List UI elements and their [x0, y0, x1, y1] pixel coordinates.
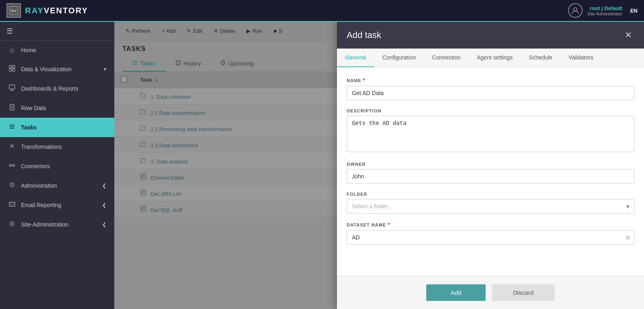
name-label: NAME * — [347, 77, 634, 83]
modal-tab-schedule[interactable]: Schedule — [521, 49, 560, 67]
email-reporting-icon — [8, 201, 16, 209]
modal-tab-configuration[interactable]: Configuration — [374, 49, 424, 67]
chevron-left-icon: ❮ — [102, 222, 106, 227]
svg-rect-8 — [11, 90, 14, 91]
sidebar-item-connectors[interactable]: Connectors — [0, 157, 114, 176]
sidebar-item-tasks[interactable]: Tasks — [0, 118, 114, 137]
svg-point-17 — [13, 165, 15, 167]
sidebar-item-label: Connectors — [21, 163, 50, 169]
app-logo: RAYVENTORY — [25, 6, 88, 15]
logo-area: RV RAYVENTORY — [6, 3, 88, 18]
svg-point-19 — [11, 184, 13, 186]
folder-select[interactable]: Select a folder... — [347, 199, 634, 214]
modal-tab-general[interactable]: General — [337, 49, 374, 67]
sidebar-item-email-reporting[interactable]: Email Reporting ❮ — [0, 195, 114, 215]
sidebar-item-dashboards[interactable]: Dashboards & Reports — [0, 79, 114, 98]
owner-input[interactable] — [347, 169, 634, 184]
form-group-owner: OWNER — [347, 162, 634, 184]
sidebar-item-home[interactable]: ⌂ Home — [0, 41, 114, 59]
folder-select-wrap: Select a folder... ▾ — [347, 199, 634, 214]
home-icon: ⌂ — [8, 47, 16, 54]
data-visualization-icon — [8, 65, 16, 73]
svg-point-16 — [10, 165, 12, 167]
modal-body: NAME * DESCRIPTION OWNER — [337, 68, 644, 276]
dataset-edit-icon: ⊞ — [625, 234, 630, 241]
sidebar-item-label: Site-Administration — [21, 221, 69, 228]
dataset-name-input-wrap: ⊞ — [347, 230, 634, 245]
dataset-name-label: DATASET NAME * — [347, 222, 634, 228]
hamburger-icon[interactable]: ☰ — [6, 27, 13, 36]
add-task-modal: Add task ✕ General Configuration Connect… — [337, 22, 644, 309]
sidebar-item-label: Raw Data — [21, 105, 46, 111]
main-layout: ☰ ⌂ Home Data & Visualization ▾ Dashboar… — [0, 22, 644, 309]
modal-tab-validators[interactable]: Validators — [560, 49, 601, 67]
dataset-name-input[interactable] — [347, 230, 634, 245]
folder-label: FOLDER — [347, 192, 634, 197]
svg-rect-21 — [9, 202, 15, 206]
sidebar-item-label: Transformations — [21, 144, 62, 150]
name-required-marker: * — [363, 77, 365, 83]
sidebar-item-label: Home — [21, 47, 36, 53]
header-right: root | Default Site Administrator EN — [568, 3, 638, 18]
sidebar-item-label: Administration — [21, 182, 57, 189]
svg-point-23 — [10, 221, 15, 226]
dataset-required-marker: * — [388, 222, 390, 228]
form-group-name: NAME * — [347, 77, 634, 100]
sidebar-item-label: Dashboards & Reports — [21, 85, 78, 92]
user-role-label: Site Administrator — [587, 11, 622, 16]
chevron-left-icon: ❮ — [102, 183, 106, 188]
name-input[interactable] — [347, 86, 634, 100]
modal-header: Add task ✕ — [337, 22, 644, 49]
modal-footer: Add Discard — [337, 276, 644, 309]
user-info: root | Default Site Administrator — [587, 5, 622, 16]
form-group-folder: FOLDER Select a folder... ▾ — [347, 192, 634, 214]
modal-overlay: Add task ✕ General Configuration Connect… — [114, 22, 644, 309]
sidebar-item-label: Email Reporting — [21, 202, 61, 208]
top-header: RV RAYVENTORY root | Default Site Admini… — [0, 0, 644, 22]
sidebar-item-raw-data[interactable]: Raw Data — [0, 98, 114, 118]
discard-button[interactable]: Discard — [492, 284, 555, 301]
username-label: root | Default — [587, 5, 622, 11]
modal-title: Add task — [347, 30, 381, 40]
owner-label: OWNER — [347, 162, 634, 167]
svg-rect-7 — [9, 85, 15, 89]
sidebar-item-data-visualization[interactable]: Data & Visualization ▾ — [0, 59, 114, 79]
svg-rect-5 — [9, 69, 12, 71]
description-textarea[interactable] — [347, 116, 634, 152]
modal-close-button[interactable]: ✕ — [622, 29, 634, 41]
svg-rect-6 — [13, 69, 15, 71]
sidebar-item-label: Tasks — [21, 124, 37, 131]
svg-point-22 — [11, 222, 13, 225]
form-group-description: DESCRIPTION — [347, 108, 634, 154]
svg-rect-4 — [13, 66, 15, 68]
raw-data-icon — [8, 104, 16, 112]
content-area: ↻ Refresh + Add ✎ Edit ✕ Delete ▶ Run ■ … — [114, 22, 644, 309]
modal-tabs: General Configuration Connection Agent s… — [337, 49, 644, 68]
modal-tab-connection[interactable]: Connection — [424, 49, 469, 67]
site-admin-icon — [8, 220, 16, 229]
user-avatar-icon — [568, 3, 583, 18]
add-task-button[interactable]: Add — [426, 284, 486, 301]
svg-text:RV: RV — [11, 9, 16, 13]
modal-tab-agent-settings[interactable]: Agent settings — [469, 49, 521, 67]
description-label: DESCRIPTION — [347, 108, 634, 113]
chevron-down-icon: ▾ — [104, 66, 106, 72]
svg-point-20 — [10, 182, 15, 187]
sidebar: ☰ ⌂ Home Data & Visualization ▾ Dashboar… — [0, 22, 114, 309]
language-selector[interactable]: EN — [630, 8, 638, 14]
sidebar-item-administration[interactable]: Administration ❮ — [0, 176, 114, 195]
dashboards-icon — [8, 85, 16, 93]
tasks-icon — [8, 123, 16, 131]
connectors-icon — [8, 162, 16, 170]
transformations-icon — [8, 143, 16, 151]
sidebar-item-site-administration[interactable]: Site-Administration ❮ — [0, 215, 114, 234]
chevron-left-icon: ❮ — [102, 202, 106, 208]
logo-box: RV — [6, 3, 21, 18]
sidebar-item-transformations[interactable]: Transformations — [0, 137, 114, 157]
form-group-dataset-name: DATASET NAME * ⊞ — [347, 222, 634, 245]
svg-rect-3 — [9, 66, 12, 68]
svg-point-2 — [574, 8, 577, 11]
sidebar-item-label: Data & Visualization — [21, 66, 72, 72]
administration-icon — [8, 182, 16, 190]
sidebar-top: ☰ — [0, 22, 114, 41]
